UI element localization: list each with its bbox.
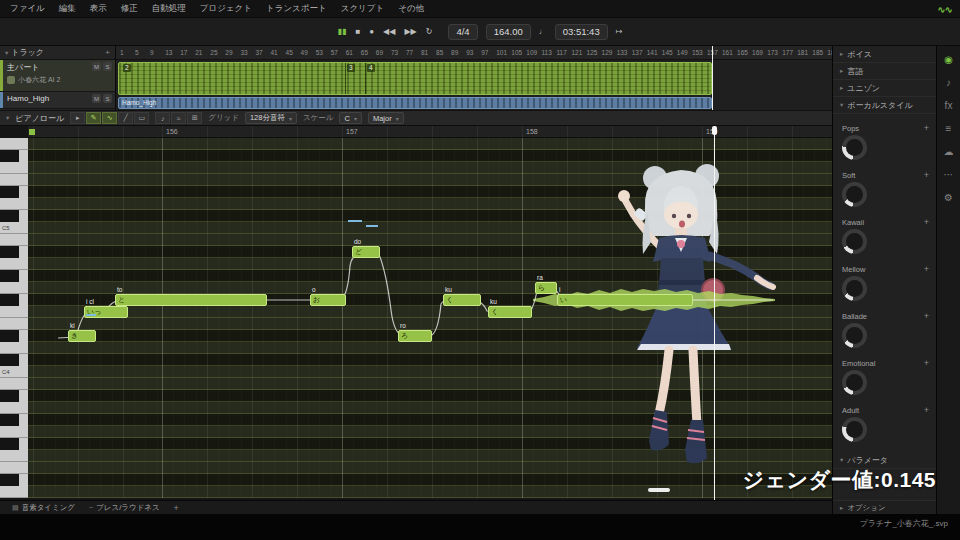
add-style-button[interactable]: + bbox=[924, 123, 929, 133]
black-key[interactable] bbox=[0, 246, 28, 258]
mute-button[interactable]: M bbox=[92, 62, 101, 71]
white-key[interactable] bbox=[0, 342, 28, 354]
add-style-button[interactable]: + bbox=[924, 311, 929, 321]
tab-breath-loudness[interactable]: ~ブレス/ラウドネス bbox=[89, 503, 160, 513]
note[interactable]: roろ bbox=[398, 330, 432, 342]
grid-value-dropdown[interactable]: 128分音符 ▾ bbox=[245, 112, 297, 124]
note[interactable]: doど bbox=[352, 246, 380, 258]
menu-item[interactable]: スクリプト bbox=[341, 3, 385, 15]
menu-item[interactable]: その他 bbox=[398, 3, 424, 15]
line-tool[interactable]: ╱ bbox=[118, 112, 133, 124]
menu-item[interactable]: プロジェクト bbox=[200, 3, 252, 15]
clip-main-part[interactable]: 234 bbox=[118, 62, 712, 95]
select-tool[interactable]: ▸ bbox=[70, 112, 85, 124]
timeline-ruler[interactable]: 1591317212529333741454953576165697377818… bbox=[116, 46, 832, 60]
jump-to-end-icon[interactable]: ↦ bbox=[616, 28, 623, 36]
rewind-button[interactable]: ◀◀ bbox=[383, 28, 395, 36]
add-style-button[interactable]: + bbox=[924, 358, 929, 368]
white-key[interactable] bbox=[0, 318, 28, 330]
white-key[interactable] bbox=[0, 138, 28, 150]
menu-item[interactable]: 自動処理 bbox=[152, 3, 186, 15]
white-key[interactable] bbox=[0, 306, 28, 318]
piano-roll-grid[interactable]: kiきi clいっtoとoおdoどroろkuくkuくraらiい bbox=[28, 138, 832, 498]
pencil-tool[interactable]: ✎ bbox=[86, 112, 101, 124]
clips-area[interactable]: 234 Hamo_High bbox=[116, 60, 832, 110]
vibrato-tool[interactable]: ≈ bbox=[171, 112, 186, 124]
note[interactable]: kiき bbox=[68, 330, 96, 342]
pause-button[interactable]: ▮▮ bbox=[338, 28, 347, 36]
pitch-pen-tool[interactable]: ∿ bbox=[102, 112, 117, 124]
black-key[interactable] bbox=[0, 186, 28, 198]
white-key[interactable] bbox=[0, 462, 28, 474]
time-display[interactable]: 03:51:43 bbox=[555, 24, 608, 40]
white-key[interactable] bbox=[0, 426, 28, 438]
fx-panel-icon[interactable]: fx bbox=[945, 101, 953, 111]
record-button[interactable]: ● bbox=[369, 28, 374, 36]
note[interactable]: toと bbox=[115, 294, 267, 306]
scale-key-dropdown[interactable]: C ▾ bbox=[339, 112, 361, 124]
section-vocal-style[interactable]: ▾ボーカルスタイル bbox=[833, 97, 936, 114]
white-key[interactable] bbox=[0, 282, 28, 294]
section-options[interactable]: ▸ オプション bbox=[833, 500, 936, 514]
add-track-icon[interactable]: + bbox=[105, 48, 110, 57]
style-knob[interactable] bbox=[842, 417, 867, 442]
black-key[interactable] bbox=[0, 390, 28, 402]
add-style-button[interactable]: + bbox=[924, 170, 929, 180]
note[interactable]: kuく bbox=[443, 294, 481, 306]
forward-button[interactable]: ▶▶ bbox=[404, 28, 416, 36]
black-key[interactable] bbox=[0, 438, 28, 450]
black-key[interactable] bbox=[0, 330, 28, 342]
white-key[interactable] bbox=[0, 162, 28, 174]
menu-item[interactable]: 編集 bbox=[59, 3, 76, 15]
note[interactable]: raら bbox=[535, 282, 557, 294]
black-key[interactable] bbox=[0, 354, 28, 366]
style-knob[interactable] bbox=[842, 229, 867, 254]
white-key[interactable] bbox=[0, 234, 28, 246]
loop-marker[interactable] bbox=[29, 129, 35, 135]
section-voice[interactable]: ▸ボイス bbox=[833, 46, 936, 63]
white-key[interactable] bbox=[0, 378, 28, 390]
voice-panel-icon[interactable]: ◉ bbox=[944, 55, 953, 65]
menu-item[interactable]: ファイル bbox=[10, 3, 45, 15]
black-key[interactable] bbox=[0, 474, 28, 486]
white-key[interactable] bbox=[0, 402, 28, 414]
track-row-main[interactable]: 主パート 小春六花 AI 2 M S bbox=[0, 60, 115, 92]
menu-item[interactable]: トランスポート bbox=[266, 3, 327, 15]
solo-button[interactable]: S bbox=[103, 62, 112, 71]
playhead[interactable] bbox=[714, 126, 715, 500]
section-unison[interactable]: ▸ユニゾン bbox=[833, 80, 936, 97]
time-signature-display[interactable]: 4/4 bbox=[448, 24, 477, 40]
note[interactable]: i clいっ bbox=[84, 306, 128, 318]
mixer-panel-icon[interactable]: ≡ bbox=[946, 124, 952, 134]
style-knob[interactable] bbox=[842, 135, 867, 160]
white-key[interactable] bbox=[0, 198, 28, 210]
clip-hamo-high[interactable]: Hamo_High bbox=[118, 97, 712, 109]
cloud-panel-icon[interactable]: ☁ bbox=[944, 147, 954, 157]
horizontal-scrollbar[interactable] bbox=[648, 488, 670, 492]
tab-phoneme-timing[interactable]: ▤音素タイミング bbox=[12, 503, 75, 513]
grid-snap-tool[interactable]: ⊞ bbox=[187, 112, 202, 124]
scale-mode-dropdown[interactable]: Major ▾ bbox=[368, 112, 404, 124]
note[interactable]: kuく bbox=[488, 306, 532, 318]
menu-item[interactable]: 修正 bbox=[121, 3, 138, 15]
note-tool[interactable]: ♪ bbox=[155, 112, 170, 124]
black-key[interactable] bbox=[0, 414, 28, 426]
add-style-button[interactable]: + bbox=[924, 217, 929, 227]
add-panel-button[interactable]: + bbox=[174, 503, 179, 513]
note[interactable]: oお bbox=[310, 294, 346, 306]
track-list-header[interactable]: ▾ トラック + bbox=[0, 46, 115, 60]
more-panel-icon[interactable]: ⋯ bbox=[944, 170, 954, 180]
style-knob[interactable] bbox=[842, 370, 867, 395]
eraser-tool[interactable]: ▭ bbox=[134, 112, 149, 124]
mute-button[interactable]: M bbox=[92, 94, 101, 103]
timeline-playhead[interactable] bbox=[712, 46, 713, 110]
white-key[interactable] bbox=[0, 486, 28, 498]
style-knob[interactable] bbox=[842, 182, 867, 207]
add-style-button[interactable]: + bbox=[924, 264, 929, 274]
style-knob[interactable] bbox=[842, 323, 867, 348]
black-key[interactable] bbox=[0, 294, 28, 306]
black-key[interactable] bbox=[0, 150, 28, 162]
section-language[interactable]: ▸言語 bbox=[833, 63, 936, 80]
metronome-icon[interactable]: ♩ bbox=[539, 28, 547, 36]
black-key[interactable] bbox=[0, 270, 28, 282]
